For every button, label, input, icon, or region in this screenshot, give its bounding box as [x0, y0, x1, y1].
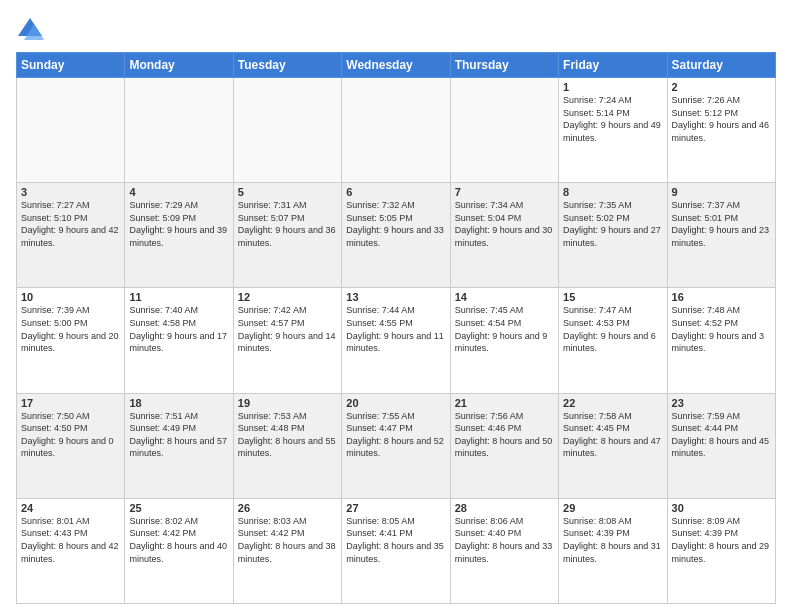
day-info: Sunrise: 8:06 AM Sunset: 4:40 PM Dayligh… [455, 515, 554, 565]
day-info: Sunrise: 7:26 AM Sunset: 5:12 PM Dayligh… [672, 94, 771, 144]
day-info: Sunrise: 7:37 AM Sunset: 5:01 PM Dayligh… [672, 199, 771, 249]
day-number: 4 [129, 186, 228, 198]
day-info: Sunrise: 7:31 AM Sunset: 5:07 PM Dayligh… [238, 199, 337, 249]
header [16, 16, 776, 44]
day-cell: 12Sunrise: 7:42 AM Sunset: 4:57 PM Dayli… [233, 288, 341, 393]
week-row-3: 10Sunrise: 7:39 AM Sunset: 5:00 PM Dayli… [17, 288, 776, 393]
day-number: 15 [563, 291, 662, 303]
day-cell: 8Sunrise: 7:35 AM Sunset: 5:02 PM Daylig… [559, 183, 667, 288]
day-info: Sunrise: 8:01 AM Sunset: 4:43 PM Dayligh… [21, 515, 120, 565]
day-number: 5 [238, 186, 337, 198]
day-number: 22 [563, 397, 662, 409]
day-cell: 16Sunrise: 7:48 AM Sunset: 4:52 PM Dayli… [667, 288, 775, 393]
day-info: Sunrise: 7:27 AM Sunset: 5:10 PM Dayligh… [21, 199, 120, 249]
weekday-header-row: SundayMondayTuesdayWednesdayThursdayFrid… [17, 53, 776, 78]
day-cell: 23Sunrise: 7:59 AM Sunset: 4:44 PM Dayli… [667, 393, 775, 498]
day-info: Sunrise: 7:59 AM Sunset: 4:44 PM Dayligh… [672, 410, 771, 460]
day-info: Sunrise: 7:53 AM Sunset: 4:48 PM Dayligh… [238, 410, 337, 460]
day-info: Sunrise: 7:35 AM Sunset: 5:02 PM Dayligh… [563, 199, 662, 249]
day-info: Sunrise: 7:50 AM Sunset: 4:50 PM Dayligh… [21, 410, 120, 460]
day-info: Sunrise: 8:08 AM Sunset: 4:39 PM Dayligh… [563, 515, 662, 565]
logo-icon [16, 16, 44, 44]
day-cell [17, 78, 125, 183]
day-number: 19 [238, 397, 337, 409]
day-cell: 20Sunrise: 7:55 AM Sunset: 4:47 PM Dayli… [342, 393, 450, 498]
day-info: Sunrise: 7:42 AM Sunset: 4:57 PM Dayligh… [238, 304, 337, 354]
calendar: SundayMondayTuesdayWednesdayThursdayFrid… [16, 52, 776, 604]
day-info: Sunrise: 8:09 AM Sunset: 4:39 PM Dayligh… [672, 515, 771, 565]
day-info: Sunrise: 8:03 AM Sunset: 4:42 PM Dayligh… [238, 515, 337, 565]
day-cell: 14Sunrise: 7:45 AM Sunset: 4:54 PM Dayli… [450, 288, 558, 393]
page: SundayMondayTuesdayWednesdayThursdayFrid… [0, 0, 792, 612]
day-number: 23 [672, 397, 771, 409]
logo [16, 16, 48, 44]
day-cell: 1Sunrise: 7:24 AM Sunset: 5:14 PM Daylig… [559, 78, 667, 183]
day-cell: 22Sunrise: 7:58 AM Sunset: 4:45 PM Dayli… [559, 393, 667, 498]
day-number: 2 [672, 81, 771, 93]
day-number: 18 [129, 397, 228, 409]
day-number: 30 [672, 502, 771, 514]
day-number: 12 [238, 291, 337, 303]
calendar-table: SundayMondayTuesdayWednesdayThursdayFrid… [16, 52, 776, 604]
day-cell: 3Sunrise: 7:27 AM Sunset: 5:10 PM Daylig… [17, 183, 125, 288]
day-info: Sunrise: 7:47 AM Sunset: 4:53 PM Dayligh… [563, 304, 662, 354]
day-info: Sunrise: 7:48 AM Sunset: 4:52 PM Dayligh… [672, 304, 771, 354]
day-info: Sunrise: 8:05 AM Sunset: 4:41 PM Dayligh… [346, 515, 445, 565]
day-number: 16 [672, 291, 771, 303]
weekday-header-sunday: Sunday [17, 53, 125, 78]
day-number: 21 [455, 397, 554, 409]
day-info: Sunrise: 7:44 AM Sunset: 4:55 PM Dayligh… [346, 304, 445, 354]
day-number: 24 [21, 502, 120, 514]
day-number: 29 [563, 502, 662, 514]
day-number: 25 [129, 502, 228, 514]
day-number: 14 [455, 291, 554, 303]
day-number: 10 [21, 291, 120, 303]
day-cell [450, 78, 558, 183]
day-info: Sunrise: 7:45 AM Sunset: 4:54 PM Dayligh… [455, 304, 554, 354]
week-row-4: 17Sunrise: 7:50 AM Sunset: 4:50 PM Dayli… [17, 393, 776, 498]
day-number: 13 [346, 291, 445, 303]
day-info: Sunrise: 7:29 AM Sunset: 5:09 PM Dayligh… [129, 199, 228, 249]
weekday-header-wednesday: Wednesday [342, 53, 450, 78]
weekday-header-saturday: Saturday [667, 53, 775, 78]
day-number: 7 [455, 186, 554, 198]
day-info: Sunrise: 7:58 AM Sunset: 4:45 PM Dayligh… [563, 410, 662, 460]
day-info: Sunrise: 7:24 AM Sunset: 5:14 PM Dayligh… [563, 94, 662, 144]
day-cell: 18Sunrise: 7:51 AM Sunset: 4:49 PM Dayli… [125, 393, 233, 498]
weekday-header-friday: Friday [559, 53, 667, 78]
day-number: 1 [563, 81, 662, 93]
day-info: Sunrise: 7:40 AM Sunset: 4:58 PM Dayligh… [129, 304, 228, 354]
day-info: Sunrise: 7:51 AM Sunset: 4:49 PM Dayligh… [129, 410, 228, 460]
day-cell: 24Sunrise: 8:01 AM Sunset: 4:43 PM Dayli… [17, 498, 125, 603]
day-cell: 4Sunrise: 7:29 AM Sunset: 5:09 PM Daylig… [125, 183, 233, 288]
day-number: 8 [563, 186, 662, 198]
day-number: 3 [21, 186, 120, 198]
day-cell: 28Sunrise: 8:06 AM Sunset: 4:40 PM Dayli… [450, 498, 558, 603]
day-cell: 2Sunrise: 7:26 AM Sunset: 5:12 PM Daylig… [667, 78, 775, 183]
day-cell [342, 78, 450, 183]
day-number: 27 [346, 502, 445, 514]
day-cell: 11Sunrise: 7:40 AM Sunset: 4:58 PM Dayli… [125, 288, 233, 393]
day-info: Sunrise: 7:39 AM Sunset: 5:00 PM Dayligh… [21, 304, 120, 354]
day-cell: 25Sunrise: 8:02 AM Sunset: 4:42 PM Dayli… [125, 498, 233, 603]
day-info: Sunrise: 7:56 AM Sunset: 4:46 PM Dayligh… [455, 410, 554, 460]
day-cell: 30Sunrise: 8:09 AM Sunset: 4:39 PM Dayli… [667, 498, 775, 603]
day-cell: 29Sunrise: 8:08 AM Sunset: 4:39 PM Dayli… [559, 498, 667, 603]
day-info: Sunrise: 7:32 AM Sunset: 5:05 PM Dayligh… [346, 199, 445, 249]
day-number: 11 [129, 291, 228, 303]
day-cell: 6Sunrise: 7:32 AM Sunset: 5:05 PM Daylig… [342, 183, 450, 288]
day-cell: 9Sunrise: 7:37 AM Sunset: 5:01 PM Daylig… [667, 183, 775, 288]
weekday-header-tuesday: Tuesday [233, 53, 341, 78]
day-number: 28 [455, 502, 554, 514]
weekday-header-thursday: Thursday [450, 53, 558, 78]
day-number: 9 [672, 186, 771, 198]
day-cell: 10Sunrise: 7:39 AM Sunset: 5:00 PM Dayli… [17, 288, 125, 393]
day-cell: 13Sunrise: 7:44 AM Sunset: 4:55 PM Dayli… [342, 288, 450, 393]
weekday-header-monday: Monday [125, 53, 233, 78]
day-number: 20 [346, 397, 445, 409]
day-cell: 19Sunrise: 7:53 AM Sunset: 4:48 PM Dayli… [233, 393, 341, 498]
day-cell [125, 78, 233, 183]
day-info: Sunrise: 8:02 AM Sunset: 4:42 PM Dayligh… [129, 515, 228, 565]
day-cell: 5Sunrise: 7:31 AM Sunset: 5:07 PM Daylig… [233, 183, 341, 288]
week-row-2: 3Sunrise: 7:27 AM Sunset: 5:10 PM Daylig… [17, 183, 776, 288]
